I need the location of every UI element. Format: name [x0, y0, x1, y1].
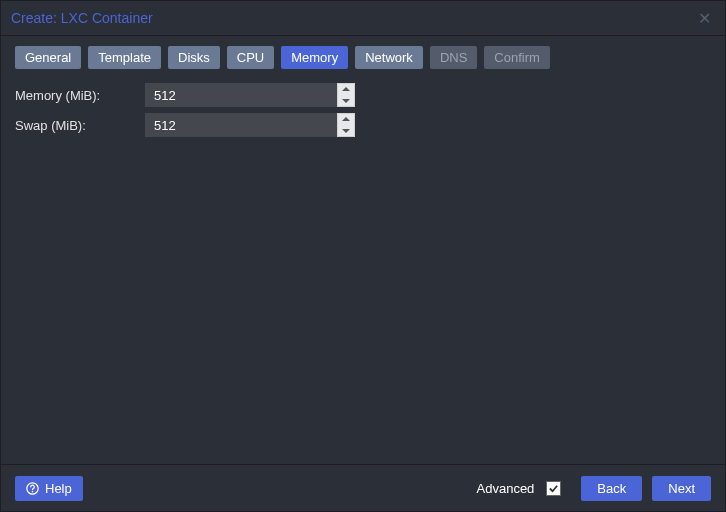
window-title: Create: LXC Container — [11, 10, 694, 26]
advanced-checkbox[interactable] — [546, 481, 561, 496]
memory-field-wrap — [145, 83, 355, 107]
swap-spinner — [337, 113, 355, 137]
memory-spinner — [337, 83, 355, 107]
titlebar: Create: LXC Container ✕ — [1, 1, 725, 36]
memory-label: Memory (MiB): — [15, 88, 145, 103]
close-icon[interactable]: ✕ — [694, 7, 715, 30]
next-button[interactable]: Next — [652, 476, 711, 501]
tab-general[interactable]: General — [15, 46, 81, 69]
memory-input[interactable] — [145, 83, 337, 107]
footer: Help Advanced Back Next — [1, 464, 725, 511]
tab-confirm: Confirm — [484, 46, 550, 69]
help-icon — [26, 482, 39, 495]
advanced-label: Advanced — [477, 481, 535, 496]
swap-input[interactable] — [145, 113, 337, 137]
tab-cpu[interactable]: CPU — [227, 46, 274, 69]
create-container-dialog: Create: LXC Container ✕ General Template… — [0, 0, 726, 512]
memory-row: Memory (MiB): — [15, 80, 711, 110]
swap-label: Swap (MiB): — [15, 118, 145, 133]
form-body: Memory (MiB): Swap (MiB): — [1, 78, 725, 464]
swap-field-wrap — [145, 113, 355, 137]
chevron-up-icon — [342, 117, 350, 122]
memory-spin-up[interactable] — [338, 84, 354, 95]
tab-bar: General Template Disks CPU Memory Networ… — [1, 36, 725, 78]
tab-disks[interactable]: Disks — [168, 46, 220, 69]
tab-memory[interactable]: Memory — [281, 46, 348, 69]
help-label: Help — [45, 481, 72, 496]
swap-spin-down[interactable] — [338, 125, 354, 136]
tab-template[interactable]: Template — [88, 46, 161, 69]
check-icon — [548, 483, 559, 494]
tab-network[interactable]: Network — [355, 46, 423, 69]
svg-point-1 — [32, 491, 33, 492]
back-button[interactable]: Back — [581, 476, 642, 501]
help-button[interactable]: Help — [15, 476, 83, 501]
chevron-down-icon — [342, 128, 350, 133]
memory-spin-down[interactable] — [338, 95, 354, 106]
tab-dns: DNS — [430, 46, 477, 69]
chevron-up-icon — [342, 87, 350, 92]
swap-row: Swap (MiB): — [15, 110, 711, 140]
swap-spin-up[interactable] — [338, 114, 354, 125]
chevron-down-icon — [342, 98, 350, 103]
